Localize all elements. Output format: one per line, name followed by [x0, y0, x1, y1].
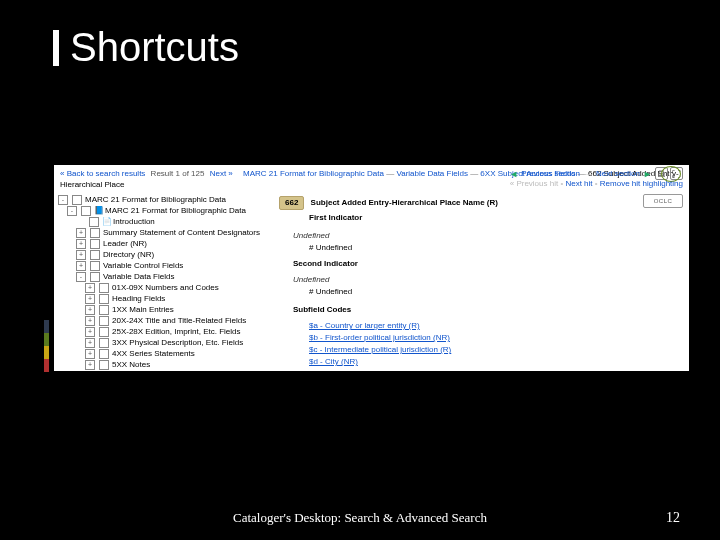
expand-icon[interactable]: + — [85, 327, 95, 337]
tree-node[interactable]: -6XX Subject Access Fields — [58, 370, 273, 371]
tree-node[interactable]: +4XX Series Statements — [58, 348, 273, 359]
node-icon: 📄 — [102, 217, 111, 226]
next-hit-link[interactable]: Next hit — [565, 179, 592, 188]
remove-highlight-link[interactable]: Remove hit highlighting — [600, 179, 683, 188]
tree-node[interactable]: +5XX Notes — [58, 359, 273, 370]
checkbox[interactable] — [99, 283, 109, 293]
field-heading: Subject Added Entry-Hierarchical Place N… — [311, 198, 498, 207]
first-undefined-line: # Undefined — [309, 242, 683, 254]
slide-number: 12 — [666, 510, 680, 526]
checkbox[interactable] — [99, 349, 109, 359]
first-indicator-label: First Indicator — [309, 212, 683, 224]
subfield-link[interactable]: $c - Intermediate political jurisdiction… — [309, 344, 683, 356]
slide-footer: Cataloger's Desktop: Search & Advanced S… — [0, 510, 720, 526]
subfield-link[interactable]: $d - City (NR) — [309, 356, 683, 368]
subfield-link[interactable]: $a - Country or larger entity (R) — [309, 320, 683, 332]
expand-icon[interactable]: + — [85, 349, 95, 359]
collapse-icon[interactable]: - — [85, 371, 95, 372]
tree-label: 6XX Subject Access Fields — [112, 370, 207, 371]
tree-node[interactable]: +Leader (NR) — [58, 238, 273, 249]
tree-label: 4XX Series Statements — [112, 348, 195, 359]
tree-node[interactable]: -Variable Data Fields — [58, 271, 273, 282]
tree-label: Leader (NR) — [103, 238, 147, 249]
collapse-icon[interactable]: - — [76, 272, 86, 282]
slide-title: Shortcuts — [70, 25, 239, 70]
checkbox[interactable] — [81, 206, 91, 216]
bc-seg-0[interactable]: MARC 21 Format for Bibliographic Data — [243, 169, 384, 178]
tree-node[interactable]: +01X-09X Numbers and Codes — [58, 282, 273, 293]
tree-node[interactable]: +25X-28X Edition, Imprint, Etc. Fields — [58, 326, 273, 337]
checkbox[interactable] — [99, 305, 109, 315]
collapse-icon[interactable]: - — [67, 206, 77, 216]
first-undefined: Undefined — [293, 230, 683, 242]
checkbox[interactable] — [99, 327, 109, 337]
checkbox[interactable] — [72, 195, 82, 205]
prev-section-link[interactable]: Previous section — [521, 169, 580, 178]
tree-node[interactable]: +3XX Physical Description, Etc. Fields — [58, 337, 273, 348]
tree-label: Variable Control Fields — [103, 260, 183, 271]
tree-label: 25X-28X Edition, Imprint, Etc. Fields — [112, 326, 241, 337]
tree-node[interactable]: +1XX Main Entries — [58, 304, 273, 315]
accent-stripes — [44, 320, 49, 372]
checkbox[interactable] — [89, 217, 99, 227]
subfield-link[interactable]: $e - Relator term (R) — [309, 368, 683, 371]
tree-label: 3XX Physical Description, Etc. Fields — [112, 337, 243, 348]
app-screenshot: « Back to search results Result 1 of 125… — [54, 165, 689, 371]
checkbox[interactable] — [90, 228, 100, 238]
second-indicator-label: Second Indicator — [293, 258, 683, 270]
checkbox[interactable] — [99, 316, 109, 326]
tree-node[interactable]: -MARC 21 Format for Bibliographic Data — [58, 194, 273, 205]
nav-tree[interactable]: -MARC 21 Format for Bibliographic Data-📘… — [54, 194, 273, 371]
expand-icon[interactable]: + — [76, 261, 86, 271]
tree-label: 1XX Main Entries — [112, 304, 174, 315]
checkbox[interactable] — [99, 360, 109, 370]
tree-label: MARC 21 Format for Bibliographic Data — [85, 194, 226, 205]
tree-label: Summary Statement of Content Designators — [103, 227, 260, 238]
back-to-results-link[interactable]: « Back to search results — [60, 169, 145, 178]
field-tag: 662 — [279, 196, 304, 210]
expand-icon[interactable]: + — [85, 283, 95, 293]
checkbox[interactable] — [90, 261, 100, 271]
tree-label: MARC 21 Format for Bibliographic Data — [105, 205, 246, 216]
subfield-link[interactable]: $b - First-order political jurisdiction … — [309, 332, 683, 344]
tree-label: 5XX Notes — [112, 359, 150, 370]
prev-hit: « Previous hit — [510, 179, 558, 188]
checkbox[interactable] — [99, 338, 109, 348]
title-accent — [53, 30, 59, 66]
expand-icon[interactable]: + — [76, 250, 86, 260]
tree-node[interactable]: +Variable Control Fields — [58, 260, 273, 271]
next-result-link[interactable]: Next » — [210, 169, 233, 178]
next-section-icon[interactable]: ► — [642, 168, 653, 179]
checkbox[interactable] — [90, 272, 100, 282]
expand-icon[interactable]: + — [85, 305, 95, 315]
checkbox[interactable] — [99, 294, 109, 304]
expand-icon[interactable]: + — [85, 294, 95, 304]
expand-icon[interactable]: + — [85, 360, 95, 370]
subfield-codes-label: Subfield Codes — [293, 304, 683, 316]
expand-icon[interactable]: + — [85, 316, 95, 326]
next-section-link[interactable]: Next section — [596, 169, 640, 178]
tree-node[interactable]: +20X-24X Title and Title-Related Fields — [58, 315, 273, 326]
expand-icon[interactable]: + — [76, 228, 86, 238]
collapse-icon[interactable]: - — [58, 195, 68, 205]
expand-icon[interactable]: + — [85, 338, 95, 348]
second-undefined-line: # Undefined — [309, 286, 683, 298]
prev-section-icon[interactable]: ◄ — [508, 168, 519, 179]
tree-node[interactable]: 📄Introduction — [58, 216, 273, 227]
tree-node[interactable]: +Heading Fields — [58, 293, 273, 304]
checkbox[interactable] — [90, 250, 100, 260]
tree-label: 20X-24X Title and Title-Related Fields — [112, 315, 246, 326]
tree-label: Introduction — [113, 216, 155, 227]
tree-node[interactable]: +Summary Statement of Content Designator… — [58, 227, 273, 238]
oclc-logo: OCLC — [643, 194, 683, 208]
bc-seg-1[interactable]: Variable Data Fields — [396, 169, 467, 178]
tree-label: Directory (NR) — [103, 249, 154, 260]
tree-node[interactable]: +Directory (NR) — [58, 249, 273, 260]
checkbox[interactable] — [99, 371, 109, 372]
expand-icon[interactable]: + — [76, 239, 86, 249]
checkbox[interactable] — [90, 239, 100, 249]
tree-node[interactable]: -📘MARC 21 Format for Bibliographic Data — [58, 205, 273, 216]
tree-label: Heading Fields — [112, 293, 165, 304]
tree-label: 01X-09X Numbers and Codes — [112, 282, 219, 293]
record-content: OCLC 662 Subject Added Entry-Hierarchica… — [273, 194, 689, 371]
